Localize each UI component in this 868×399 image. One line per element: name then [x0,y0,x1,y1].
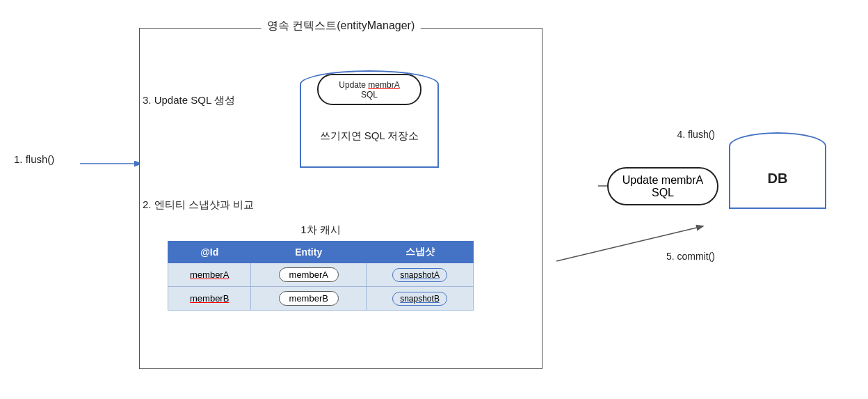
cache-title: 1차 캐시 [168,224,474,237]
label-compare: 2. 엔티티 스냅샷과 비교 [143,198,254,212]
label-commit5: 5. commit() [666,251,715,262]
cell-entity-memberB: memberB [251,287,367,311]
sql-store-label: 쓰기지연 SQL 저장소 [300,130,439,143]
col-header-snapshot: 스냅샷 [367,242,474,263]
cell-snapshot-memberA: snapshotA [367,263,474,287]
db-label: DB [729,171,826,187]
sql-bubble-top: Update membrA SQL [317,74,421,105]
sql-right-line1: Update membrA [622,174,704,187]
cache-table: @Id Entity 스냅샷 memberA memberA snapshotA… [168,241,474,311]
cell-id-memberB: memberB [168,287,251,311]
membrA-text: membrA [368,80,399,90]
sql-bubble-line1: Update membrA [339,80,399,90]
cache-section: 1차 캐시 @Id Entity 스냅샷 memberA memberA sna… [168,224,474,311]
memberA-id: memberA [190,269,229,280]
table-header-row: @Id Entity 스냅샷 [168,242,474,263]
label-flush1: 1. flush() [14,153,54,165]
sql-right-line2: SQL [652,187,674,199]
label-update-sql: 3. Update SQL 생성 [143,94,235,107]
persistence-title: 영속 컨텍스트(entityManager) [262,19,421,33]
db-cylinder: DB [729,132,826,223]
memberB-id: memberB [190,293,229,304]
label-flush4: 4. flush() [677,129,715,140]
diagram-container: 영속 컨텍스트(entityManager) Update membrA SQL… [14,14,854,390]
table-row: memberA memberA snapshotA [168,263,474,287]
sql-store: Update membrA SQL 쓰기지연 SQL 저장소 [300,70,439,182]
memberA-entity-bubble: memberA [279,267,339,282]
table-row: memberB memberB snapshotB [168,287,474,311]
snapshotA-bubble: snapshotA [392,268,447,282]
sql-bubble-line2: SQL [361,90,378,100]
memberB-entity-bubble: memberB [279,291,339,306]
snapshotB-bubble: snapshotB [392,292,447,306]
col-header-id: @Id [168,242,251,263]
membrA-right-text: membrA [661,174,703,186]
cell-entity-memberA: memberA [251,263,367,287]
cell-id-memberA: memberA [168,263,251,287]
col-header-entity: Entity [251,242,367,263]
cell-snapshot-memberB: snapshotB [367,287,474,311]
sql-bubble-right: Update membrA SQL [607,167,718,205]
